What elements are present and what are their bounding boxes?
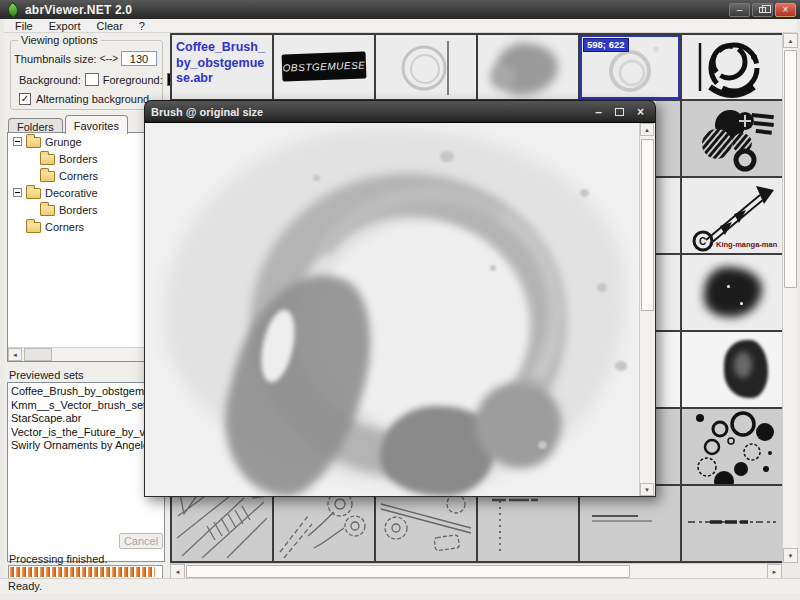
- maximize-icon: [615, 108, 624, 116]
- tree-item-decorative[interactable]: Decorative: [8, 184, 164, 201]
- thumbnails-size-label: Thumbnails size:: [14, 53, 97, 65]
- scroll-up-icon[interactable]: ▲: [640, 123, 654, 136]
- scroll-down-icon[interactable]: ▼: [783, 548, 798, 563]
- thumbnail-gray-smudge[interactable]: [478, 35, 578, 99]
- list-item[interactable]: Vector_is_the_Future_by_vacuumslay: [11, 426, 164, 440]
- popup-minimize-button[interactable]: –: [590, 105, 607, 119]
- thumbnail-arrow-king-manga-man[interactable]: C King-manga-man: [682, 178, 782, 253]
- thumbnail-filename: Coffee_Brush_by_obstgemuese.abr: [172, 35, 272, 92]
- titlebar[interactable]: abrViewer.NET 2.0 – ×: [0, 0, 800, 19]
- popup-maximize-button[interactable]: [611, 105, 628, 119]
- alternating-background-label: Alternating background: [36, 93, 149, 105]
- thumbnail-circle-cluster[interactable]: [682, 101, 782, 176]
- thumbnails-size-input[interactable]: 130: [121, 51, 157, 66]
- tree-item-corners[interactable]: Corners: [8, 218, 164, 235]
- scroll-up-icon[interactable]: ▲: [783, 33, 798, 48]
- folder-icon: [26, 137, 41, 148]
- background-label: Background:: [19, 74, 81, 86]
- progress-bar: [8, 565, 163, 579]
- size-tooltip: 598; 622: [583, 38, 629, 52]
- restore-icon: [759, 7, 766, 13]
- thumbnail-plan-sketch[interactable]: [376, 486, 476, 561]
- window-title: abrViewer.NET 2.0: [25, 3, 729, 17]
- thumbnail-map-sketch[interactable]: [172, 486, 272, 561]
- tree-item-grunge[interactable]: Grunge: [8, 133, 164, 150]
- folder-icon: [26, 222, 41, 233]
- grid-vertical-scrollbar[interactable]: ▲ ▼: [782, 33, 797, 563]
- list-item[interactable]: Swirly Ornaments by Angeles c Papers: [11, 439, 164, 453]
- tree-collapse-icon[interactable]: [13, 137, 22, 146]
- folder-icon: [26, 188, 41, 199]
- close-button[interactable]: ×: [775, 3, 796, 17]
- folder-icon: [40, 154, 55, 165]
- background-color-swatch[interactable]: [85, 73, 99, 86]
- app-window: abrViewer.NET 2.0 – × File Export Clear …: [0, 0, 800, 600]
- viewing-options-title: Viewing options: [18, 34, 101, 46]
- tree-item-grunge-borders[interactable]: Borders: [8, 150, 164, 167]
- menubar: File Export Clear ?: [4, 19, 797, 33]
- status-text: Ready.: [8, 580, 42, 592]
- thumbnail-set-title-cell[interactable]: Coffee_Brush_by_obstgemuese.abr: [172, 35, 272, 99]
- brush-preview-image: ▲ ▼: [144, 122, 656, 497]
- thumbnail-lines-sketch[interactable]: [580, 486, 680, 561]
- cancel-button[interactable]: Cancel: [119, 533, 163, 549]
- scrollbar-thumb[interactable]: [186, 565, 630, 578]
- scrollbar-thumb[interactable]: [784, 50, 797, 288]
- scroll-left-icon[interactable]: ◄: [170, 564, 185, 579]
- thumbnail-dashed-line[interactable]: [682, 486, 782, 561]
- thumbnail-fuzzy-blob[interactable]: [682, 255, 782, 330]
- thumbnail-bold-rings[interactable]: [682, 35, 782, 99]
- tree-horizontal-scrollbar[interactable]: ◄ ►: [8, 347, 164, 361]
- svg-text:King-manga-man: King-manga-man: [716, 240, 778, 249]
- statusbar: Ready.: [0, 578, 800, 593]
- popup-close-button[interactable]: ×: [632, 105, 649, 119]
- popup-titlebar[interactable]: Brush @ original size – ×: [144, 100, 656, 122]
- menu-export[interactable]: Export: [42, 20, 88, 32]
- tab-favorites[interactable]: Favorites: [65, 115, 128, 134]
- restore-button[interactable]: [752, 3, 773, 17]
- thumbnail-obstgemuese-stamp[interactable]: OBSTGEMUESE: [274, 35, 374, 99]
- menu-clear[interactable]: Clear: [90, 20, 130, 32]
- viewing-options-group: Viewing options Thumbnails size: <--> 13…: [10, 40, 163, 110]
- app-icon: [5, 1, 22, 18]
- folder-tree: Grunge Borders Corners Decorative: [7, 132, 165, 362]
- tree-item-decorative-borders[interactable]: Borders: [8, 201, 164, 218]
- scrollbar-thumb[interactable]: [641, 139, 654, 311]
- popup-title: Brush @ original size: [151, 106, 590, 118]
- foreground-label: Foreground:: [103, 74, 163, 86]
- thumbnail-circles-scatter[interactable]: [682, 409, 782, 484]
- grid-horizontal-scrollbar[interactable]: ◄ ►: [170, 563, 782, 578]
- folder-icon: [40, 171, 55, 182]
- thumbnail-selected[interactable]: 598; 622: [580, 35, 680, 99]
- thumbnail-tline-sketch[interactable]: [478, 486, 578, 561]
- alternating-background-checkbox[interactable]: ✓: [19, 93, 31, 105]
- brush-preview-window[interactable]: Brush @ original size – × ▲: [144, 100, 656, 497]
- thumbnail-diagram-sketch[interactable]: [274, 486, 374, 561]
- minimize-button[interactable]: –: [729, 3, 750, 17]
- tree-item-grunge-corners[interactable]: Corners: [8, 167, 164, 184]
- menu-help[interactable]: ?: [132, 20, 152, 32]
- scrollbar-thumb[interactable]: [24, 348, 52, 361]
- processing-status-label: Processing finished.: [9, 553, 107, 565]
- list-item[interactable]: Coffee_Brush_by_obstgemuese.abr: [11, 385, 164, 399]
- scroll-left-icon[interactable]: ◄: [8, 348, 22, 361]
- thumbnail-textured-blob[interactable]: [682, 332, 782, 407]
- menu-file[interactable]: File: [8, 20, 40, 32]
- folder-icon: [40, 205, 55, 216]
- popup-vertical-scrollbar[interactable]: ▲ ▼: [639, 123, 655, 496]
- scroll-right-icon[interactable]: ►: [767, 564, 782, 579]
- thumbnails-size-slider[interactable]: <-->: [100, 53, 118, 64]
- svg-text:C: C: [699, 236, 706, 247]
- scroll-down-icon[interactable]: ▼: [640, 483, 654, 496]
- tree-collapse-icon[interactable]: [13, 188, 22, 197]
- previewed-sets-label: Previewed sets: [9, 369, 84, 381]
- thumbnail-coffee-ring-faint[interactable]: [376, 35, 476, 99]
- list-item[interactable]: StarScape.abr: [11, 412, 164, 426]
- list-item[interactable]: Kmm__s_Vector_brush_set_2_by_Kin: [11, 399, 164, 413]
